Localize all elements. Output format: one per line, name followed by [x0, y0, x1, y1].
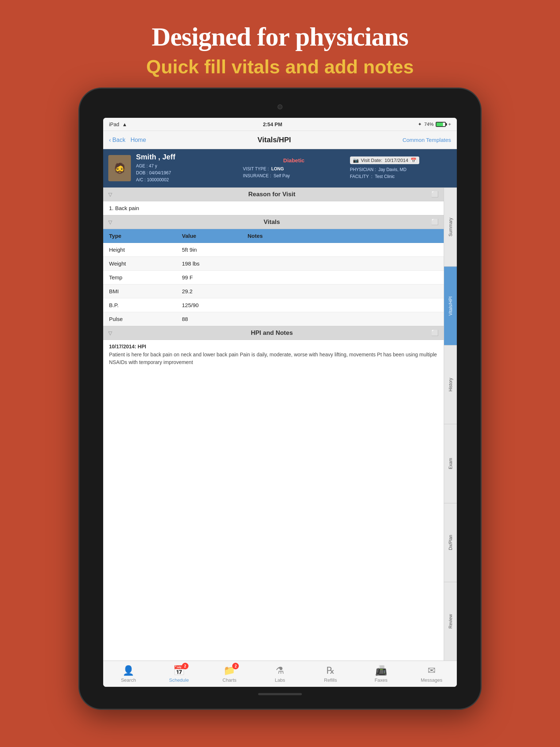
right-tab-exam[interactable]: Exam: [444, 424, 457, 503]
schedule-tab-label: Schedule: [169, 677, 189, 683]
right-tab-dx-plan[interactable]: Dx/Plan: [444, 503, 457, 582]
main-content: ▽ Reason for Visit ⬜ 1. Back pain ▽ Vita…: [103, 187, 457, 661]
vitals-value-cell: 125/90: [176, 298, 242, 312]
bottom-tab-messages[interactable]: ✉Messages: [417, 665, 446, 683]
device-label: iPad: [109, 121, 119, 127]
vitals-type-cell: Weight: [103, 257, 176, 270]
vitals-type-cell: BMI: [103, 285, 176, 298]
nav-title: Vitals/HPI: [257, 136, 291, 144]
table-row: Temp 99 F: [103, 271, 444, 285]
table-row: Height 5ft 9in: [103, 243, 444, 257]
visit-date-label: Visit Date:: [361, 158, 382, 163]
facility: FACILITY : Test Clinic: [350, 173, 452, 180]
visit-date-box: 📷 Visit Date: 10/17/2014 📅: [350, 156, 419, 164]
patient-ac: A/C : 100000002: [136, 177, 238, 183]
charts-tab-label: Charts: [222, 677, 236, 683]
bottom-tab-bar: 👤Search📅2Schedule📁2Charts⚗Labs℞Refills📠F…: [103, 661, 457, 687]
right-tab-vitals-hpi[interactable]: Vitals/HPI: [444, 266, 457, 345]
back-chevron-icon: ‹: [109, 137, 111, 143]
vitals-notes-cell: [242, 312, 444, 326]
right-tab-summary[interactable]: Summary: [444, 187, 457, 266]
labs-tab-label: Labs: [275, 677, 285, 683]
status-bar: iPad ▲ 2:54 PM ✦ 74% +: [103, 118, 457, 131]
vitals-notes-cell: [242, 243, 444, 256]
patient-center: Diabetic VISIT TYPE : LONG INSURANCE : S…: [243, 157, 345, 179]
bottom-tab-labs[interactable]: ⚗Labs: [265, 665, 295, 683]
reason-item: 1. Back pain: [103, 201, 444, 215]
labs-icon: ⚗: [276, 665, 284, 676]
vitals-value-cell: 99 F: [176, 271, 242, 284]
messages-icon: ✉: [428, 665, 436, 676]
bottom-tab-schedule[interactable]: 📅2Schedule: [164, 665, 194, 683]
hpi-header: ▽ HPI and Notes ⬜: [103, 326, 444, 340]
visit-type: VISIT TYPE : LONG: [243, 166, 345, 173]
vitals-value-cell: 5ft 9in: [176, 243, 242, 256]
hpi-edit-icon[interactable]: ⬜: [431, 329, 439, 336]
vitals-value-cell: 29.2: [176, 285, 242, 298]
ipad-frame: iPad ▲ 2:54 PM ✦ 74% + ‹ Back Home Vital…: [79, 89, 481, 709]
vitals-col-notes: Notes: [242, 229, 444, 243]
time-display: 2:54 PM: [263, 121, 282, 127]
reason-for-visit-header: ▽ Reason for Visit ⬜: [103, 187, 444, 201]
schedule-badge: 2: [182, 663, 188, 669]
vitals-notes-cell: [242, 298, 444, 312]
reason-edit-icon[interactable]: ⬜: [431, 191, 439, 198]
status-right: ✦ 74% +: [418, 121, 451, 127]
battery-percent: 74%: [424, 121, 433, 127]
charts-badge: 2: [232, 663, 239, 669]
nav-back-group[interactable]: ‹ Back Home: [109, 137, 146, 143]
search-tab-label: Search: [121, 677, 136, 683]
common-templates-button[interactable]: Common Templates: [402, 137, 451, 143]
bluetooth-icon: ✦: [418, 121, 422, 127]
hpi-section-title: HPI and Notes: [112, 329, 431, 337]
vitals-collapse-icon[interactable]: ▽: [108, 219, 112, 225]
messages-tab-label: Messages: [421, 677, 442, 683]
bottom-tab-faxes[interactable]: 📠Faxes: [366, 665, 396, 683]
bottom-tab-search[interactable]: 👤Search: [114, 665, 143, 683]
battery-fill: [436, 123, 443, 126]
vitals-header: ▽ Vitals ⬜: [103, 215, 444, 229]
faxes-icon: 📠: [375, 665, 387, 676]
vitals-column-headers: Type Value Notes: [103, 229, 444, 243]
hpi-collapse-icon[interactable]: ▽: [108, 330, 112, 336]
table-row: Weight 198 lbs: [103, 257, 444, 271]
content-area: ▽ Reason for Visit ⬜ 1. Back pain ▽ Vita…: [103, 187, 444, 661]
search-icon: 👤: [122, 665, 134, 676]
vitals-rows: Height 5ft 9in Weight 198 lbs Temp 99 F …: [103, 243, 444, 326]
calendar-icon: 📅: [411, 158, 416, 163]
patient-age: AGE : 47 y: [136, 163, 238, 170]
table-row: B.P. 125/90: [103, 298, 444, 312]
physician: PHYSICIAN : Jay Davis, MD: [350, 166, 452, 173]
diabetic-badge: Diabetic: [243, 157, 345, 163]
status-left: iPad ▲: [109, 121, 127, 127]
patient-avatar: 🧔: [108, 155, 131, 181]
bottom-tab-charts[interactable]: 📁2Charts: [215, 665, 244, 683]
ipad-bottom: [258, 687, 302, 701]
wifi-icon: ▲: [122, 121, 127, 127]
faxes-tab-label: Faxes: [374, 677, 387, 683]
right-tab-review[interactable]: Review: [444, 582, 457, 661]
promo-header: Designed for physicians Quick fill vital…: [132, 0, 428, 89]
bottom-tab-refills[interactable]: ℞Refills: [316, 665, 345, 683]
vitals-col-type: Type: [103, 229, 176, 243]
reason-collapse-icon[interactable]: ▽: [108, 191, 112, 197]
back-button[interactable]: Back: [112, 137, 125, 143]
hpi-text: Patient is here for back pain on neck an…: [103, 351, 444, 371]
vitals-col-value: Value: [176, 229, 242, 243]
refills-icon: ℞: [326, 665, 335, 676]
vitals-type-cell: Height: [103, 243, 176, 256]
charging-icon: +: [448, 121, 451, 127]
vitals-edit-icon[interactable]: ⬜: [431, 218, 439, 225]
right-tab-history[interactable]: History: [444, 345, 457, 424]
charts-icon: 📁2: [223, 665, 235, 676]
insurance: INSURANCE : Self Pay: [243, 173, 345, 179]
reason-section-title: Reason for Visit: [112, 191, 431, 198]
visit-date-value: 10/17/2014: [385, 158, 408, 163]
nav-bar: ‹ Back Home Vitals/HPI Common Templates: [103, 131, 457, 149]
table-row: Pulse 88: [103, 312, 444, 326]
vitals-type-cell: Pulse: [103, 312, 176, 326]
patient-right: 📷 Visit Date: 10/17/2014 📅 PHYSICIAN : J…: [350, 156, 452, 180]
home-button[interactable]: Home: [131, 137, 146, 143]
ipad-top-bar: [87, 96, 473, 118]
vitals-notes-cell: [242, 285, 444, 298]
